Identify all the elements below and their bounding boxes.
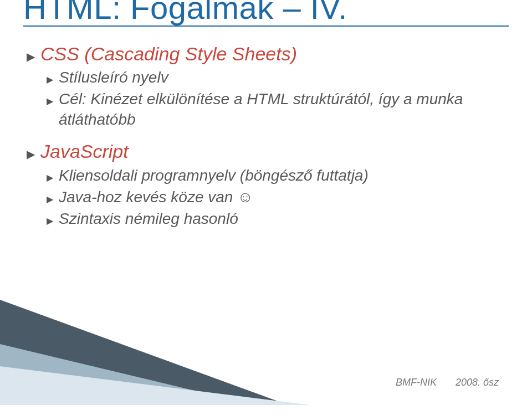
sub-bullet-item: ▶ Stílusleíró nyelv: [47, 68, 509, 88]
triangle-bullet-icon: ▶: [47, 93, 53, 110]
bullet-item: ▶ JavaScript ▶ Kliensoldali programnyelv…: [27, 140, 509, 229]
bullet-head-text: CSS (Cascading Style Sheets): [40, 42, 297, 66]
triangle-bullet-icon: ▶: [47, 213, 53, 229]
bullet-item: ▶ CSS (Cascading Style Sheets) ▶ Stílusl…: [27, 42, 509, 130]
sub-bullet-item: ▶ Szintaxis némileg hasonló: [47, 209, 509, 229]
sub-bullet-text: Kliensoldali programnyelv (böngésző futt…: [59, 166, 369, 186]
slide-title: HTML: Fogalmak – IV.: [23, 0, 509, 27]
bullet-head: ▶ CSS (Cascading Style Sheets): [27, 42, 509, 66]
triangle-bullet-icon: ▶: [27, 145, 35, 163]
sub-bullet-list: ▶ Stílusleíró nyelv ▶ Cél: Kinézet elkül…: [47, 68, 509, 130]
sub-bullet-text: Szintaxis némileg hasonló: [59, 209, 238, 229]
sub-bullet-text: Java-hoz kevés köze van ☺: [59, 187, 253, 207]
sub-bullet-item: ▶ Java-hoz kevés köze van ☺: [47, 187, 509, 208]
triangle-bullet-icon: ▶: [47, 191, 53, 208]
triangle-bullet-icon: ▶: [47, 71, 53, 88]
slide: HTML: Fogalmak – IV. ▶ CSS (Cascading St…: [0, 0, 532, 405]
sub-bullet-item: ▶ Cél: Kinézet elkülönítése a HTML struk…: [47, 89, 509, 130]
slide-footer: BMF-NIK 2008. ősz: [396, 377, 499, 388]
footer-term: 2008. ősz: [456, 377, 499, 388]
sub-bullet-item: ▶ Kliensoldali programnyelv (böngésző fu…: [47, 166, 509, 186]
slide-content: ▶ CSS (Cascading Style Sheets) ▶ Stílusl…: [23, 42, 509, 229]
triangle-bullet-icon: ▶: [27, 48, 35, 65]
bullet-head-text: JavaScript: [40, 140, 129, 163]
sub-bullet-text: Stílusleíró nyelv: [59, 68, 168, 88]
sub-bullet-list: ▶ Kliensoldali programnyelv (böngésző fu…: [47, 166, 509, 229]
triangle-bullet-icon: ▶: [47, 170, 53, 186]
decorative-triangle-light: [0, 366, 310, 405]
footer-org: BMF-NIK: [396, 377, 437, 388]
sub-bullet-text: Cél: Kinézet elkülönítése a HTML struktú…: [59, 89, 509, 130]
bullet-list: ▶ CSS (Cascading Style Sheets) ▶ Stílusl…: [27, 42, 509, 229]
bullet-head: ▶ JavaScript: [27, 140, 509, 163]
